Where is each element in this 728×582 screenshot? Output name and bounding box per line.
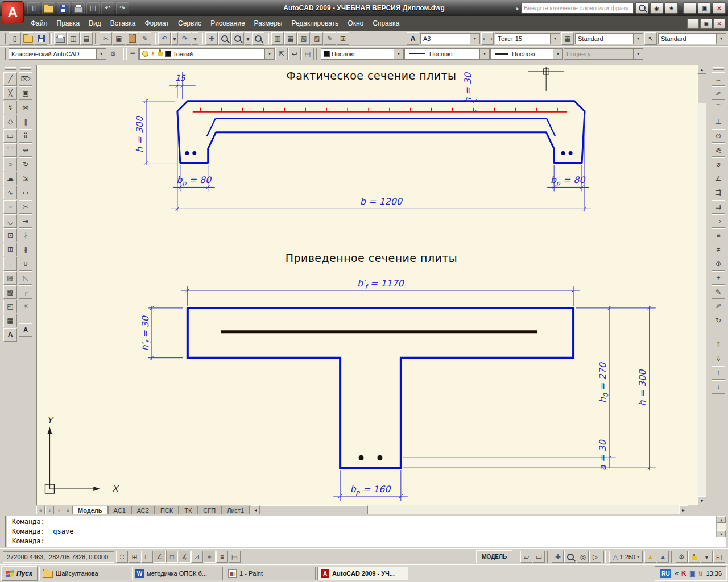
ellipse-arc-button[interactable]: ◡ [3,214,17,228]
send-under-objects-button[interactable]: ↓ [712,380,725,394]
line-button[interactable]: ╱ [3,72,17,86]
dyn-toggle[interactable]: ⌖ [204,551,216,563]
ortho-toggle[interactable]: ∟ [141,551,153,563]
menu-draw[interactable]: Рисование [206,17,249,30]
tab-as1[interactable]: АС1 [108,506,131,514]
send-to-back-button[interactable]: ⇓ [712,352,725,365]
otrack-toggle[interactable]: ∡ [179,551,191,563]
scroll-up-icon[interactable]: ▲ [717,516,726,523]
model-space-canvas[interactable]: Фактическое сечение плиты 15 h = 300 h =… [36,65,697,505]
close-button[interactable]: ✕ [713,2,726,14]
toolbar-grip[interactable] [713,67,724,70]
dim-jogged-button[interactable]: ≷ [712,143,725,157]
command-text-area[interactable]: Команда: Команда: _qsave ▲ ▼ Команда: [7,516,726,547]
kaspersky-tray-icon[interactable]: K [681,569,686,577]
break-at-point-button[interactable]: ∤ [19,228,32,242]
menu-modify[interactable]: Редактировать [287,17,343,30]
search-button[interactable] [635,2,648,14]
match-properties-button[interactable]: ✎ [139,32,151,45]
toolbar-grip[interactable] [20,67,31,70]
table-button[interactable]: ▦ [3,314,17,327]
annotation-scale-button[interactable]: △ 1:250 ▾ [609,551,643,563]
dim-update-button[interactable]: ↻ [712,314,725,327]
taskbar-item-autocad[interactable]: AutoCAD 2009 - УЧ... [317,567,408,580]
circle-button[interactable]: ○ [3,157,17,171]
redo-button[interactable]: ↷ [116,2,129,14]
join-button[interactable]: ∪ [19,257,32,271]
menu-window[interactable]: Окно [343,17,368,30]
taskbar-item-word[interactable]: методичка ОПСК б... [132,567,223,580]
lineweight-combo[interactable]: Послою ▾ [490,48,563,60]
construction-line-button[interactable]: ╳ [3,86,17,100]
revision-cloud-button[interactable]: ☁ [3,172,17,185]
arc-button[interactable]: ⌒ [3,143,17,157]
extend-button[interactable]: ⇥ [19,214,32,228]
chevron-down-icon[interactable]: ▾ [264,49,274,59]
open-button[interactable] [22,32,34,45]
menu-format[interactable]: Формат [140,17,173,30]
dim-linear-button[interactable]: ↔ [712,72,725,86]
tab-sgp[interactable]: СГП [197,506,221,514]
plot-button[interactable] [54,32,67,45]
dim-arc-length-button[interactable]: ⌒ [712,101,725,114]
menu-edit[interactable]: Правка [52,17,85,30]
tab-prev-button[interactable]: ‹ [46,506,54,514]
command-prompt[interactable]: Команда: [12,537,45,546]
redo-button[interactable]: ↷ [179,32,191,45]
dim-style-combo[interactable]: Текст 15 ▾ [495,33,560,44]
command-splitter[interactable] [7,538,726,540]
tool-palettes-button[interactable]: ▧ [297,32,310,45]
dim-angular-button[interactable]: ∠ [712,172,725,185]
vertical-scrollbar[interactable]: ▲ ▼ [697,65,706,505]
annotation-visibility-button[interactable]: ▲ [644,551,656,563]
fillet-button[interactable]: ╭ [19,285,32,299]
quick-calc-button[interactable]: ⊞ [337,32,349,45]
plot-preview-button[interactable]: ◫ [67,32,80,45]
chevron-down-icon[interactable]: ▾ [633,34,643,44]
redo-flyout-icon[interactable]: ▾ [192,32,198,45]
menu-insert[interactable]: Вставка [106,17,140,30]
dim-space-button[interactable]: ≡ [712,228,725,242]
model-space-button[interactable]: МОДЕЛЬ [476,550,512,563]
horizontal-scrollbar[interactable]: ◄ ► [251,505,688,514]
quick-view-layouts-button[interactable]: ▱ [520,551,532,563]
autocad-logo[interactable]: A [2,1,24,23]
scroll-right-icon[interactable]: ► [679,505,688,514]
workspace-switching-button[interactable]: ⚙ [676,551,688,563]
qsave-button[interactable] [35,32,47,45]
layer-states-manager-button[interactable]: ▤ [301,48,314,60]
copy-button[interactable]: ▣ [19,86,32,100]
drawing-canvas[interactable]: Фактическое сечение плиты 15 h = 300 h =… [37,65,697,505]
maximize-button[interactable]: ▣ [698,2,711,14]
menu-view[interactable]: Вид [84,17,106,30]
markup-set-manager-button[interactable]: ✎ [324,32,336,45]
ducs-toggle[interactable]: ⊿ [191,551,203,563]
dim-radius-button[interactable]: ⊙ [712,129,725,143]
trim-button[interactable]: ✂ [19,200,32,214]
annotation-autoscale-button[interactable]: ▲ [657,551,669,563]
dim-continue-button[interactable]: ⇒ [712,214,725,228]
qp-toggle[interactable]: ▤ [229,551,241,563]
hatch-button[interactable]: ▨ [3,271,17,285]
qnew-button[interactable]: ▯ [9,32,21,45]
layer-properties-manager-button[interactable]: ≣ [126,48,139,60]
color-combo[interactable]: Послою ▾ [321,48,404,60]
table-style-combo[interactable]: Standard ▾ [575,33,643,44]
scrollbar-thumb[interactable] [697,74,706,103]
toolbar-lock-button[interactable] [688,551,700,563]
clean-screen-button[interactable]: ◱ [713,551,725,563]
qnew-button[interactable]: ▯ [27,2,40,14]
clock[interactable]: 13:36 [706,570,722,577]
language-indicator[interactable]: RU [660,569,671,578]
workspace-settings-button[interactable]: ⚙ [107,48,119,60]
doc-close-button[interactable]: ✕ [713,19,725,29]
tab-list1[interactable]: Лист1 [221,506,250,514]
chevron-down-icon[interactable]: ▾ [716,34,726,44]
make-block-button[interactable]: ⊞ [3,243,17,256]
quick-dimension-button[interactable]: ⇶ [712,186,725,199]
scale-button[interactable]: ⇲ [19,172,32,185]
toolbar-grip[interactable] [3,33,6,44]
text-style-combo[interactable]: А3 ▾ [420,33,480,44]
tab-next-button[interactable]: › [55,506,63,514]
menu-dimension[interactable]: Размеры [250,17,287,30]
